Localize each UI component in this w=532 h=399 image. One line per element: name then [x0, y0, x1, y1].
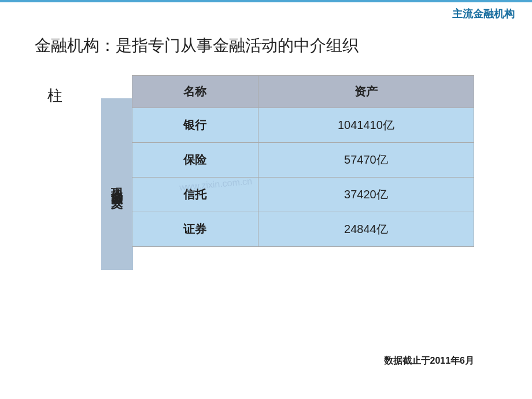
- table-row: 证券24844亿: [132, 212, 474, 247]
- cell-name: 证券: [132, 212, 258, 247]
- cell-name: 保险: [132, 143, 258, 178]
- vertical-text-block: 现代金融四大支: [101, 98, 133, 270]
- table-row: 保险57470亿: [132, 143, 474, 178]
- table-row: 银行1041410亿: [132, 108, 474, 143]
- cell-asset: 37420亿: [258, 178, 474, 212]
- vertical-text-label: 现代金融四大支: [109, 178, 125, 190]
- footer-note: 数据截止于2011年6月: [384, 355, 475, 367]
- table-row: 信托37420亿: [132, 178, 474, 212]
- cell-asset: 57470亿: [258, 143, 474, 178]
- col-header-asset: 资产: [258, 76, 474, 108]
- brand-label: 主流金融机构: [452, 7, 515, 21]
- financial-table: 名称 资产 银行1041410亿保险57470亿信托37420亿证券24844亿: [132, 75, 474, 247]
- col-header-name: 名称: [132, 76, 258, 108]
- data-table-container: 名称 资产 银行1041410亿保险57470亿信托37420亿证券24844亿: [132, 75, 474, 247]
- cell-name: 银行: [132, 108, 258, 143]
- cell-asset: 1041410亿: [258, 108, 474, 143]
- top-accent-line: [0, 0, 532, 2]
- cell-asset: 24844亿: [258, 212, 474, 247]
- cell-name: 信托: [132, 178, 258, 212]
- pillar-char: 柱: [47, 86, 62, 106]
- main-title: 金融机构：是指专门从事金融活动的中介组织: [35, 35, 359, 57]
